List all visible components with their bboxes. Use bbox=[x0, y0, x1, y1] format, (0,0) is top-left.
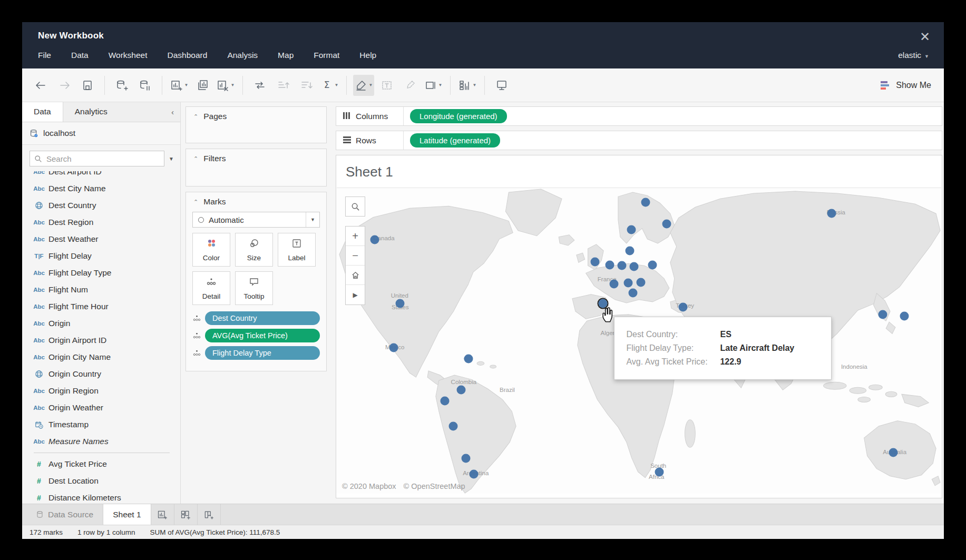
map-mark[interactable] bbox=[636, 278, 645, 287]
map-mark[interactable] bbox=[389, 343, 398, 352]
map-mark[interactable] bbox=[655, 467, 664, 476]
map-mark[interactable] bbox=[900, 312, 909, 321]
undo-button[interactable] bbox=[31, 75, 52, 96]
map-mark[interactable] bbox=[441, 396, 450, 405]
collapse-icon[interactable]: ⌃ bbox=[193, 199, 198, 205]
map-mark[interactable] bbox=[462, 454, 471, 463]
field-flight-delay[interactable]: T|FFlight Delay bbox=[25, 248, 180, 264]
tab-analytics[interactable]: Analytics bbox=[63, 102, 119, 122]
map-mark[interactable] bbox=[627, 225, 636, 234]
field-dest-region[interactable]: AbcDest Region bbox=[25, 214, 180, 231]
show-me-button[interactable]: Show Me bbox=[874, 76, 936, 94]
map-mark[interactable] bbox=[370, 235, 379, 244]
sort-descending-button[interactable] bbox=[296, 75, 317, 96]
collapse-icon[interactable]: ⌃ bbox=[193, 113, 198, 120]
map-mark[interactable] bbox=[457, 386, 466, 395]
map-mark[interactable] bbox=[623, 279, 632, 288]
menu-dashboard[interactable]: Dashboard bbox=[168, 51, 208, 60]
field-origin-weather[interactable]: AbcOrigin Weather bbox=[25, 399, 180, 416]
field-origin-region[interactable]: AbcOrigin Region bbox=[25, 382, 180, 399]
presentation-mode-button[interactable] bbox=[491, 75, 512, 96]
tooltip-button[interactable]: Tooltip bbox=[235, 271, 273, 305]
sort-ascending-button[interactable] bbox=[272, 75, 294, 96]
label-button[interactable]: Label bbox=[278, 233, 316, 267]
show-hide-cards-button[interactable]: ▼ bbox=[457, 75, 478, 96]
tab-sheet-1[interactable]: Sheet 1 bbox=[103, 504, 151, 525]
collapse-icon[interactable]: ⌃ bbox=[193, 155, 198, 162]
detail-button[interactable]: Detail bbox=[192, 271, 230, 305]
map-mark[interactable] bbox=[610, 279, 619, 288]
collapse-pane-icon[interactable]: ‹ bbox=[165, 102, 180, 122]
search-options-icon[interactable]: ▼ bbox=[168, 156, 175, 162]
pill-longitude-generated-[interactable]: Longitude (generated) bbox=[410, 109, 507, 123]
format-workbook-button[interactable] bbox=[399, 75, 421, 96]
field-dest-airport-id[interactable]: AbcDest Airport ID bbox=[25, 171, 180, 180]
map-mark[interactable] bbox=[679, 303, 688, 312]
field-flight-num[interactable]: AbcFlight Num bbox=[25, 281, 180, 298]
menu-analysis[interactable]: Analysis bbox=[227, 51, 258, 60]
field-origin[interactable]: AbcOrigin bbox=[25, 315, 180, 332]
rows-shelf[interactable]: Rows Latitude (generated) bbox=[336, 131, 942, 150]
close-icon[interactable]: ✕ bbox=[920, 31, 930, 43]
field-flight-delay-type[interactable]: AbcFlight Delay Type bbox=[25, 264, 180, 281]
new-worksheet-button[interactable] bbox=[151, 504, 174, 525]
field-measure-names[interactable]: AbcMeasure Names bbox=[25, 433, 180, 450]
color-button[interactable]: Color bbox=[192, 233, 230, 267]
field-dest-country[interactable]: Dest Country bbox=[25, 197, 180, 214]
clear-sheet-button[interactable]: ▼ bbox=[215, 75, 236, 96]
pill-flight-delay-type[interactable]: Flight Delay Type bbox=[205, 346, 320, 360]
new-story-button[interactable] bbox=[198, 504, 221, 525]
pan-button[interactable]: ▶ bbox=[346, 285, 365, 304]
field-origin-airport-id[interactable]: AbcOrigin Airport ID bbox=[25, 332, 180, 349]
field-distance-kilometers[interactable]: #Distance Kilometers bbox=[25, 489, 180, 504]
menu-file[interactable]: File bbox=[38, 51, 51, 60]
map-mark[interactable] bbox=[630, 262, 639, 271]
field-origin-city-name[interactable]: AbcOrigin City Name bbox=[25, 349, 180, 366]
search-box[interactable] bbox=[30, 151, 164, 166]
data-source-connection[interactable]: localhost bbox=[22, 122, 180, 145]
field-origin-country[interactable]: Origin Country bbox=[25, 366, 180, 382]
duplicate-sheet-button[interactable] bbox=[192, 75, 213, 96]
search-input[interactable] bbox=[46, 154, 160, 163]
map-mark[interactable] bbox=[464, 354, 473, 363]
redo-button[interactable] bbox=[54, 75, 75, 96]
map-view[interactable]: CanadaUnitedStatesMexicoColombiaBrazilAr… bbox=[337, 188, 941, 494]
map-mark[interactable] bbox=[827, 209, 836, 218]
show-mark-labels-button[interactable] bbox=[376, 75, 397, 96]
map-mark-selected[interactable] bbox=[598, 299, 607, 308]
zoom-out-button[interactable]: − bbox=[346, 246, 365, 266]
field-dest-location[interactable]: #Dest Location bbox=[25, 473, 180, 489]
menu-worksheet[interactable]: Worksheet bbox=[109, 51, 148, 60]
map-search-button[interactable] bbox=[345, 197, 365, 217]
field-dest-city-name[interactable]: AbcDest City Name bbox=[25, 180, 180, 197]
field-dest-weather[interactable]: AbcDest Weather bbox=[25, 231, 180, 248]
pill-avg-avg-ticket-price-[interactable]: AVG(Avg Ticket Price) bbox=[205, 329, 320, 342]
map-mark[interactable] bbox=[629, 288, 638, 297]
highlight-button[interactable]: ▼ bbox=[353, 75, 374, 96]
size-button[interactable]: Size bbox=[235, 233, 273, 267]
map-mark[interactable] bbox=[606, 261, 614, 270]
map-mark[interactable] bbox=[590, 258, 599, 267]
home-button[interactable] bbox=[346, 266, 365, 285]
map-mark[interactable] bbox=[648, 261, 657, 270]
menu-map[interactable]: Map bbox=[278, 51, 294, 60]
tab-data-source[interactable]: Data Source bbox=[26, 504, 103, 525]
swap-rows-columns-button[interactable] bbox=[249, 75, 270, 96]
chevron-down-icon[interactable]: ▼ bbox=[306, 212, 319, 227]
map-mark[interactable] bbox=[878, 310, 887, 319]
new-dashboard-button[interactable] bbox=[174, 504, 198, 525]
save-button[interactable] bbox=[77, 75, 98, 96]
map-mark[interactable] bbox=[449, 421, 458, 430]
menu-format[interactable]: Format bbox=[314, 51, 339, 60]
fit-axes-button[interactable]: ▼ bbox=[423, 75, 444, 96]
map-mark[interactable] bbox=[889, 448, 898, 457]
columns-shelf[interactable]: Columns Longitude (generated) bbox=[336, 106, 942, 126]
field-flight-time-hour[interactable]: AbcFlight Time Hour bbox=[25, 298, 180, 315]
map-mark[interactable] bbox=[396, 299, 405, 308]
user-menu[interactable]: elastic▼ bbox=[898, 51, 929, 60]
pill-latitude-generated-[interactable]: Latitude (generated) bbox=[410, 133, 500, 148]
totals-button[interactable]: Σ▼ bbox=[319, 75, 340, 96]
map-mark[interactable] bbox=[618, 261, 627, 270]
mark-type-dropdown[interactable]: Automatic ▼ bbox=[192, 212, 320, 228]
zoom-in-button[interactable]: + bbox=[346, 227, 365, 246]
